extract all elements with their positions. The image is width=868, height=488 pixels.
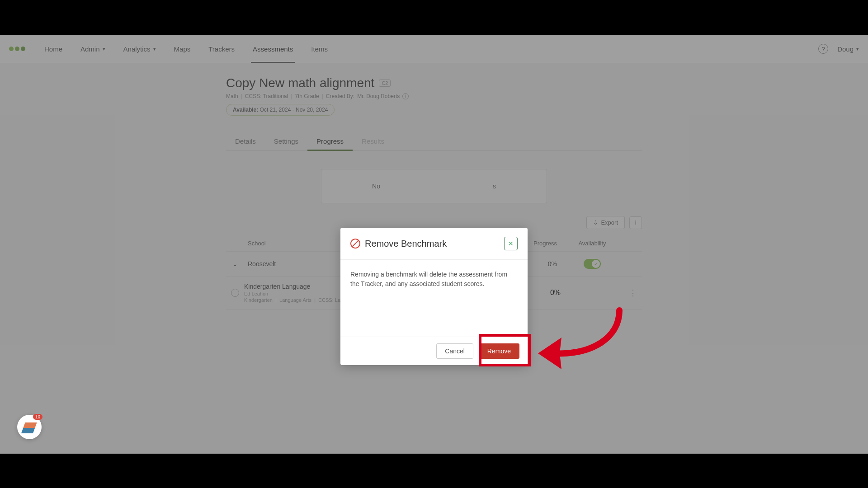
- floating-widget[interactable]: 10: [17, 415, 42, 439]
- modal-close-button[interactable]: ✕: [504, 237, 518, 250]
- ban-icon: [350, 239, 360, 249]
- remove-benchmark-modal: Remove Benchmark ✕ Removing a benchmark …: [340, 228, 528, 365]
- modal-title: Remove Benchmark: [365, 239, 447, 249]
- app-viewport: Home Admin ▾ Analytics ▾ Maps Trackers A…: [0, 35, 868, 454]
- widget-count: 10: [33, 414, 42, 420]
- remove-button[interactable]: Remove: [479, 343, 519, 359]
- cancel-button[interactable]: Cancel: [436, 343, 473, 359]
- modal-body-text: Removing a benchmark will delete the ass…: [340, 260, 528, 337]
